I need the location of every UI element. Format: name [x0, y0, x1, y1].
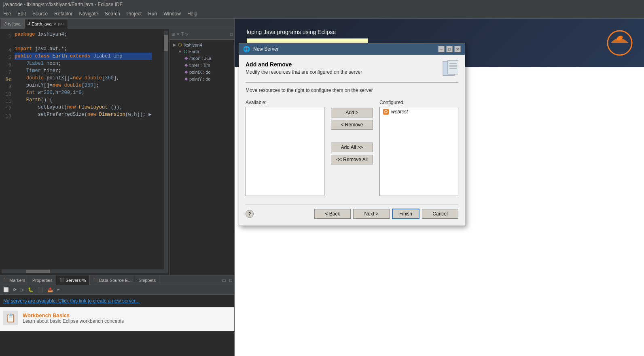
start-icon[interactable]: ▷ — [19, 286, 25, 293]
dialog-header-text: Add and Remove Modify the resources that… — [246, 61, 362, 75]
dialog-close-button[interactable]: ✕ — [454, 46, 461, 52]
dialog-minimize-button[interactable]: ─ — [438, 46, 445, 52]
svg-point-15 — [385, 111, 387, 113]
bottom-content: No servers are available. Click this lin… — [0, 295, 234, 307]
class-expand-arrow: ▼ — [178, 49, 182, 54]
tab-tv-java[interactable]: J tv.java — [1, 19, 24, 29]
outline-package-label: lxshiyan4 — [184, 43, 202, 47]
code-content: package lxshiyan4; import java.awt.*; pu… — [15, 31, 152, 269]
menu-file[interactable]: File — [0, 10, 14, 17]
dialog-main: Available: Add > < Remove Add All >> << … — [246, 100, 458, 196]
outline-toolbar: ⊞ ✕ T ▽ □ — [170, 29, 234, 40]
available-listbox[interactable] — [246, 107, 324, 196]
markers-icon: ⬛ — [3, 278, 8, 282]
tab-properties-label: Properties — [32, 278, 53, 283]
field-icon-3: ◆ — [184, 69, 188, 75]
tab-tv-label: tv.java — [8, 21, 21, 26]
outline-icon-2[interactable]: ✕ — [176, 32, 180, 36]
package-icon: ⬡ — [178, 42, 182, 47]
stop-icon[interactable]: ⬛ — [36, 286, 45, 293]
minimize-bottom-icon[interactable]: ▭ — [220, 277, 227, 283]
tab-snippets[interactable]: Snippets — [135, 275, 159, 285]
outline-field-label-pointx: pointX : do — [189, 70, 211, 75]
menu-source[interactable]: Source — [29, 10, 51, 17]
minimize-icon[interactable]: ▽ — [185, 32, 189, 36]
configured-section: Configured: webtest — [379, 100, 458, 196]
editor-scrollbar[interactable] — [164, 31, 168, 269]
dialog-maximize-button[interactable]: □ — [446, 46, 453, 52]
remove-button[interactable]: < Remove — [331, 120, 373, 130]
outline-class-label: Earth — [189, 49, 199, 54]
menu-icon[interactable]: ≡ — [55, 287, 61, 293]
tab-markers[interactable]: ⬛ Markers — [0, 275, 29, 285]
outline-icon-3[interactable]: T — [181, 32, 184, 36]
back-button[interactable]: < Back — [314, 209, 351, 219]
servers-icon: ⬛ — [59, 278, 64, 282]
webtest-label: webtest — [391, 109, 408, 115]
editor-area: 1 4 5 6 7 8⊙ 9 10 11 12 13 — [0, 29, 234, 275]
available-label: Available: — [246, 100, 324, 105]
help-button[interactable]: ? — [246, 210, 254, 218]
tab-datasource[interactable]: ⬛ Data Source E... — [90, 275, 136, 285]
menu-window[interactable]: Window — [160, 10, 184, 17]
publish-icon[interactable]: 📤 — [46, 286, 55, 293]
tab-earth-java[interactable]: J Earth.java ✕ ▷₁₀ — [24, 19, 68, 29]
outline-item-moon[interactable]: ◆ moon : JLa — [183, 55, 233, 62]
new-server-icon[interactable]: ⬜ — [2, 286, 11, 293]
field-icon-4: ◆ — [184, 76, 188, 81]
hscrollbar-thumb[interactable] — [26, 270, 50, 273]
close-icon[interactable]: ✕ — [53, 21, 57, 26]
tab-earth-label: Earth.java — [32, 21, 52, 26]
outline-class-group: ▼ C Earth ◆ moon : JLa ◆ timer : Tim — [172, 48, 233, 82]
outline-item-pointx[interactable]: ◆ pointX : do — [183, 68, 233, 75]
debug-icon[interactable]: 🐛 — [26, 286, 35, 293]
outline-item-pointy[interactable]: ◆ pointY : do — [183, 75, 233, 82]
workbench-title: Workbench Basics — [23, 312, 124, 318]
remove-all-button[interactable]: << Remove All — [331, 155, 373, 164]
title-bar: javacode - lixiang/src/lxshiyan4/Earth.j… — [0, 0, 644, 9]
menu-project[interactable]: Project — [123, 10, 145, 17]
bottom-tab-controls: ▭ □ — [220, 277, 234, 284]
dialog-separator — [246, 82, 458, 83]
maximize-bottom-icon[interactable]: □ — [228, 277, 233, 283]
class-icon: C — [184, 49, 187, 54]
dialog-header-icon — [442, 61, 458, 77]
java-file-icon: J — [4, 22, 6, 26]
refresh-icon[interactable]: ⟳ — [11, 286, 18, 293]
cancel-button[interactable]: Cancel — [422, 209, 458, 219]
workbench-desc: Learn about basic Eclipse workbench conc… — [23, 318, 124, 324]
scrollbar-thumb[interactable] — [164, 35, 168, 51]
next-button[interactable]: Next > — [353, 209, 390, 219]
menu-search[interactable]: Search — [102, 10, 123, 17]
editor-hscrollbar[interactable] — [2, 269, 168, 273]
new-server-dialog: 🌐 New Server ─ □ ✕ Add and Remove Modify… — [239, 43, 465, 226]
title-text: javacode - lixiang/src/lxshiyan4/Earth.j… — [3, 2, 123, 7]
finish-button[interactable]: Finish — [392, 209, 419, 219]
menu-refactor[interactable]: Refactor — [51, 10, 76, 17]
tab-properties[interactable]: Properties — [29, 275, 56, 285]
outline-content: ▶ ⬡ lxshiyan4 ▼ C Earth ◆ — [170, 40, 234, 275]
bottom-panel: ⬛ Markers Properties ⬛ Servers % ⬛ Data … — [0, 275, 234, 356]
add-all-button[interactable]: Add All >> — [331, 143, 373, 152]
create-server-link[interactable]: No servers are available. Click this lin… — [3, 298, 140, 304]
code-editor[interactable]: 1 4 5 6 7 8⊙ 9 10 11 12 13 — [0, 29, 169, 275]
line-numbers: 1 4 5 6 7 8⊙ 9 10 11 12 13 — [2, 32, 13, 120]
outline-field-label-moon: moon : JLa — [189, 56, 211, 61]
outline-item-timer[interactable]: ◆ timer : Tim — [183, 62, 233, 68]
workbench-item: 📋 Workbench Basics Learn about basic Ecl… — [3, 311, 231, 325]
menu-edit[interactable]: Edit — [14, 10, 29, 17]
menu-navigate[interactable]: Navigate — [76, 10, 101, 17]
menu-run[interactable]: Run — [145, 10, 160, 17]
outline-item-package[interactable]: ▶ ⬡ lxshiyan4 — [172, 41, 233, 48]
dialog-description: Move resources to the right to configure… — [246, 87, 458, 93]
tab-servers[interactable]: ⬛ Servers % — [56, 275, 90, 285]
outline-item-class[interactable]: ▼ C Earth — [176, 48, 233, 55]
menu-help[interactable]: Help — [184, 10, 201, 17]
add-button[interactable]: Add > — [331, 108, 373, 117]
configured-listbox[interactable]: webtest — [379, 107, 458, 196]
configured-item-webtest[interactable]: webtest — [380, 107, 458, 116]
webtest-server-icon — [383, 109, 389, 115]
outline-icon-1[interactable]: ⊞ — [172, 32, 175, 36]
server-globe-icon: 🌐 — [243, 46, 250, 52]
maximize-icon[interactable]: □ — [230, 32, 233, 36]
